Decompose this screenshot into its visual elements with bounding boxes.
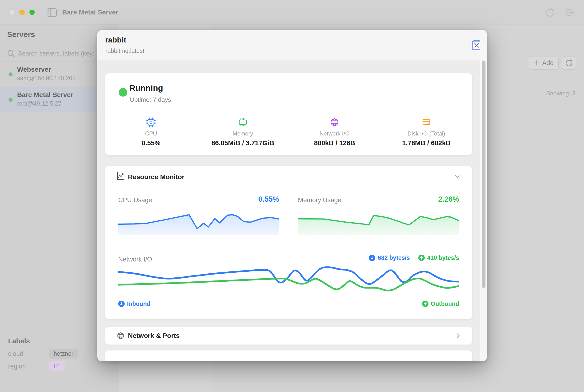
inbound-legend: Inbound — [118, 300, 151, 307]
resource-monitor-title: Resource Monitor — [128, 173, 185, 181]
status-card: Running Uptime: 7 days — [105, 73, 472, 155]
arrow-up-circle-icon — [422, 301, 428, 307]
refresh-icon — [564, 58, 573, 68]
stat-label: Network I/O — [320, 130, 350, 137]
stat-memory: Memory 86.05MiB / 3.717GiB — [197, 113, 289, 154]
stat-network: Network I/O 800kB / 126B — [289, 113, 381, 154]
refresh-button[interactable] — [562, 56, 576, 70]
cpu-usage-chart — [118, 212, 279, 236]
traffic-minimize-button[interactable] — [20, 10, 25, 15]
close-icon — [474, 43, 479, 48]
divider — [116, 110, 461, 110]
arrow-down-circle-icon — [369, 254, 375, 261]
chart-line-icon — [116, 171, 125, 181]
memory-usage-value: 2.26% — [298, 195, 459, 204]
server-ssh: root@49.12.5.27 — [17, 100, 62, 107]
arrow-down-circle-icon — [118, 301, 125, 307]
status-state: Running — [129, 83, 163, 93]
stat-label: CPU — [145, 130, 157, 137]
stat-value: 1.78MB / 602kB — [402, 139, 451, 147]
chevron-right-icon — [454, 332, 462, 340]
outbound-rate-value: 410 bytes/s — [427, 254, 459, 261]
memory-usage-chart — [298, 212, 459, 236]
stat-value: 0.55% — [142, 139, 161, 147]
network-rates: 682 bytes/s 410 bytes/s — [369, 254, 459, 261]
titlebar: Bare Metal Server — [0, 0, 584, 24]
network-ports-row[interactable]: Network & Ports — [105, 327, 472, 344]
sidebar-heading: Servers — [7, 30, 35, 39]
status-uptime: Uptime: 7 days — [130, 96, 171, 104]
add-button[interactable]: Add — [529, 56, 558, 70]
server-status-dot — [9, 98, 13, 102]
label-key: region — [8, 363, 26, 370]
next-section-card[interactable] — [105, 350, 472, 362]
search-icon — [6, 49, 16, 58]
server-name: Webserver — [17, 66, 51, 73]
cpu-usage-value: 0.55% — [118, 195, 279, 204]
add-button-label: Add — [542, 59, 554, 67]
outbound-rate: 410 bytes/s — [418, 254, 459, 261]
label-value-badge: fr1 — [49, 361, 65, 371]
resource-monitor-card: Resource Monitor CPU Usage 0.55% Memory … — [105, 166, 472, 319]
outbound-legend-label: Outbound — [431, 300, 459, 307]
server-status-dot — [9, 72, 13, 76]
container-image: rabbitmq:latest — [105, 48, 144, 54]
scrollbar-thumb[interactable] — [482, 60, 485, 288]
running-status-dot — [119, 88, 127, 96]
memory-icon — [237, 116, 248, 128]
inbound-rate-value: 682 bytes/s — [378, 254, 410, 261]
refresh-icon[interactable] — [544, 7, 555, 18]
cpu-icon — [146, 116, 157, 128]
showing-count: Showing: 3 — [546, 90, 575, 97]
network-io-chart — [118, 265, 459, 298]
container-detail-modal: rabbit rabbitmq:latest Running Uptime: 7… — [97, 30, 487, 362]
window-title: Bare Metal Server — [62, 8, 119, 16]
arrow-up-circle-icon — [418, 254, 425, 261]
container-name: rabbit — [105, 36, 126, 44]
sidebar-toggle-icon[interactable] — [47, 8, 57, 17]
stat-disk: Disk I/O (Total) 1.78MB / 602kB — [381, 113, 472, 154]
stat-value: 86.05MiB / 3.717GiB — [211, 139, 274, 147]
label-value-badge: hetzner — [49, 348, 78, 359]
stat-label: Memory — [232, 130, 253, 137]
plus-icon — [534, 60, 540, 66]
chevron-down-icon[interactable] — [453, 172, 461, 181]
stat-cpu: CPU 0.55% — [105, 113, 197, 154]
modal-header: rabbit rabbitmq:latest — [97, 30, 487, 60]
server-ssh: sam@164.90.170.205 — [17, 75, 76, 82]
inbound-legend-label: Inbound — [127, 300, 151, 307]
stats-row: CPU 0.55% Memory 86.05MiB — [105, 113, 472, 154]
stat-value: 800kB / 126B — [314, 139, 355, 147]
traffic-zoom-button[interactable] — [30, 10, 35, 15]
network-io-label: Network I/O — [118, 256, 152, 263]
traffic-close-button[interactable] — [10, 10, 15, 15]
server-name: Bare Metal Server — [17, 91, 73, 99]
network-ports-title: Network & Ports — [128, 332, 180, 340]
stat-label: Disk I/O (Total) — [407, 130, 445, 137]
inbound-rate: 682 bytes/s — [369, 254, 410, 261]
disk-icon — [421, 116, 432, 128]
app-window: Bare Metal Server Servers — [0, 0, 584, 392]
globe-icon — [329, 116, 340, 128]
sign-out-icon[interactable] — [564, 7, 575, 18]
label-key: cloud — [8, 350, 24, 358]
outbound-legend: Outbound — [422, 300, 459, 307]
globe-icon — [116, 331, 125, 340]
labels-heading: Labels — [8, 337, 30, 345]
